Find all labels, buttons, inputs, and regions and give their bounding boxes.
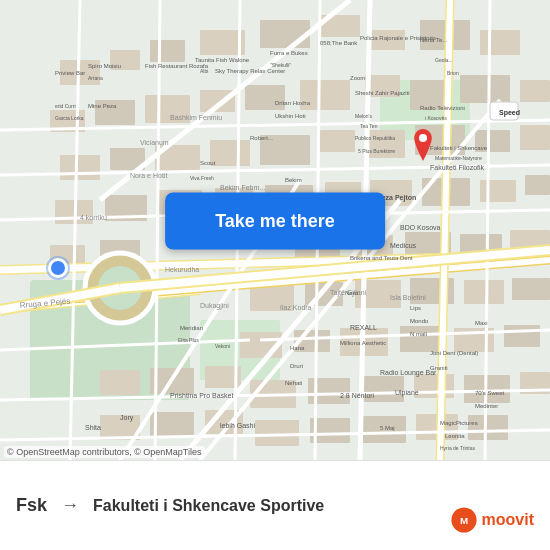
svg-text:5 Maj: 5 Maj — [380, 425, 395, 431]
svg-text:Prishtina Pro Basket: Prishtina Pro Basket — [170, 392, 233, 399]
svg-text:Ilaz Kodra: Ilaz Kodra — [280, 304, 312, 311]
map-attribution: © OpenStreetMap contributors, © OpenMapT… — [4, 446, 205, 458]
svg-text:Nero: Nero — [345, 290, 359, 296]
svg-rect-54 — [464, 280, 504, 304]
svg-text:Shita: Shita — [85, 424, 101, 431]
svg-text:Sheshi Zahir Pajaziti: Sheshi Zahir Pajaziti — [355, 90, 410, 96]
svg-text:Jory: Jory — [120, 414, 134, 422]
svg-text:Milliona Aesthetic: Milliona Aesthetic — [340, 340, 386, 346]
moovit-icon: M — [450, 506, 478, 534]
svg-text:Hana: Hana — [290, 345, 305, 351]
svg-text:Priview Bar: Priview Bar — [55, 70, 85, 76]
svg-text:Melon's: Melon's — [355, 113, 373, 119]
svg-text:M: M — [459, 515, 467, 526]
svg-text:Albi: Albi — [200, 68, 208, 74]
svg-rect-32 — [520, 125, 550, 150]
svg-text:Druri: Druri — [290, 363, 303, 369]
svg-text:MagicPictures: MagicPictures — [440, 420, 478, 426]
svg-text:i Kosovës: i Kosovës — [425, 115, 447, 121]
svg-text:4 korriku: 4 korriku — [80, 214, 107, 221]
svg-text:REXALL: REXALL — [350, 324, 377, 331]
svg-rect-28 — [320, 130, 355, 152]
svg-text:Tea Ten: Tea Ten — [360, 123, 378, 129]
svg-text:5 Plus Burektore: 5 Plus Burektore — [358, 148, 395, 154]
svg-text:Medicus: Medicus — [390, 242, 417, 249]
svg-rect-78 — [468, 415, 508, 440]
svg-text:2 8 Nëntori: 2 8 Nëntori — [340, 392, 375, 399]
svg-point-190 — [419, 134, 427, 142]
svg-text:Ukshin Hoti: Ukshin Hoti — [275, 113, 306, 119]
svg-text:Bashkim Fenmiu: Bashkim Fenmiu — [170, 114, 222, 121]
svg-text:lebih Gashi: lebih Gashi — [220, 422, 255, 429]
svg-rect-55 — [512, 278, 550, 300]
svg-text:"Shekulli": "Shekulli" — [270, 62, 291, 68]
svg-text:Dukagjini: Dukagjini — [200, 302, 229, 310]
bottom-bar: Fsk → Fakulteti i Shkencave Sportive M m… — [0, 460, 550, 550]
svg-rect-6 — [150, 40, 185, 62]
svg-text:Medinter: Medinter — [475, 403, 498, 409]
svg-rect-23 — [60, 155, 100, 180]
svg-rect-8 — [260, 20, 310, 48]
svg-text:Spiro Moisiu: Spiro Moisiu — [88, 63, 121, 69]
svg-text:Joni Dent (Dental): Joni Dent (Dental) — [430, 350, 478, 356]
svg-text:Nora e Hotit: Nora e Hotit — [130, 172, 167, 179]
svg-text:70's Sweet: 70's Sweet — [475, 390, 504, 396]
current-location-dot — [48, 258, 68, 278]
from-station-label: Fsk — [16, 495, 47, 516]
svg-text:Speed: Speed — [499, 109, 520, 117]
svg-text:Brion: Brion — [447, 70, 459, 76]
svg-rect-61 — [504, 325, 540, 347]
moovit-text: moovit — [482, 511, 534, 529]
svg-text:Garcia Lorka: Garcia Lorka — [55, 115, 84, 121]
route-info: Fsk → Fakulteti i Shkencave Sportive — [16, 495, 324, 516]
map-container: Rruga e Pejës Hekurudha Dukagjini Ilaz K… — [0, 0, 550, 460]
svg-text:Geola...: Geola... — [435, 57, 453, 63]
svg-text:BDO Kosova: BDO Kosova — [400, 224, 441, 231]
svg-rect-21 — [460, 75, 510, 103]
svg-text:Dritan Hoxha: Dritan Hoxha — [275, 100, 311, 106]
svg-rect-59 — [400, 326, 444, 352]
to-station-label: Fakulteti i Shkencave Sportive — [93, 497, 324, 515]
svg-text:Matematike-Natyrore: Matematike-Natyrore — [435, 155, 482, 161]
svg-text:Fakulteti Filozofik: Fakulteti Filozofik — [430, 164, 485, 171]
svg-text:Fakulteti i Shkencave: Fakulteti i Shkencave — [430, 145, 488, 151]
svg-text:Mondo: Mondo — [410, 318, 429, 324]
svg-text:Robert...: Robert... — [250, 135, 273, 141]
svg-text:Isla Boletini: Isla Boletini — [390, 294, 426, 301]
svg-text:Mine Peza: Mine Peza — [88, 103, 117, 109]
svg-text:Viva Fresh: Viva Fresh — [190, 175, 214, 181]
svg-text:Bekim: Bekim — [285, 177, 302, 183]
moovit-logo: M moovit — [450, 506, 534, 534]
svg-text:Publico Republika: Publico Republika — [355, 135, 395, 141]
svg-text:N mali: N mali — [410, 331, 427, 337]
svg-text:Brikena and Teuta Dent: Brikena and Teuta Dent — [350, 255, 413, 261]
svg-text:Nëna Te...: Nëna Te... — [420, 37, 448, 43]
svg-text:Hyria de Trintas: Hyria de Trintas — [440, 445, 476, 451]
svg-text:Hekurudha: Hekurudha — [165, 266, 199, 273]
svg-rect-74 — [255, 420, 299, 446]
svg-text:Graniti: Graniti — [430, 365, 448, 371]
take-me-there-button[interactable]: Take me there — [165, 192, 385, 249]
svg-text:Bekim Fehm...: Bekim Fehm... — [220, 184, 265, 191]
svg-text:Taunita Fish Walone: Taunita Fish Walone — [195, 57, 250, 63]
svg-rect-41 — [480, 180, 516, 202]
svg-text:Maxi: Maxi — [475, 320, 488, 326]
svg-text:Artana: Artana — [88, 75, 103, 81]
svg-text:058;The Bank: 058;The Bank — [320, 40, 358, 46]
svg-text:Furra e Bukes: Furra e Bukes — [270, 50, 308, 56]
svg-rect-26 — [210, 140, 250, 166]
svg-text:Zoom: Zoom — [350, 75, 365, 81]
svg-text:Nehati: Nehati — [285, 380, 302, 386]
svg-text:Sky Therapy Relax Center: Sky Therapy Relax Center — [215, 68, 285, 74]
destination-marker — [411, 129, 435, 165]
svg-text:Radio Televizioni: Radio Televizioni — [420, 105, 465, 111]
svg-text:Radio Lounge Bar: Radio Lounge Bar — [380, 369, 437, 377]
svg-rect-12 — [480, 30, 520, 55]
svg-text:Leonita: Leonita — [445, 433, 465, 439]
svg-rect-68 — [414, 374, 454, 398]
svg-text:erid Curri: erid Curri — [55, 103, 76, 109]
svg-rect-22 — [520, 80, 550, 102]
svg-text:Vekoni: Vekoni — [215, 343, 230, 349]
svg-rect-42 — [525, 175, 550, 195]
svg-rect-62 — [100, 370, 140, 395]
